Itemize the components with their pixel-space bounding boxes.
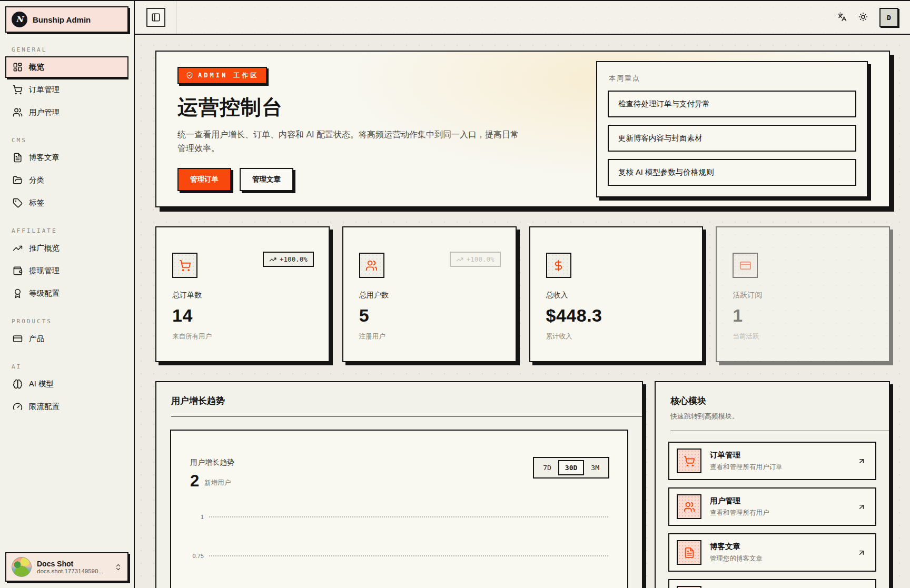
sidebar-item-label: 等级配置 bbox=[29, 288, 60, 298]
module-description: 查看和管理所有用户订单 bbox=[710, 463, 849, 472]
brand-card[interactable]: N Bunship Admin bbox=[5, 6, 128, 33]
stat-card-total-orders: +100.0% 总订单数 14 来自所有用户 bbox=[155, 226, 330, 362]
user-meta: Docs Shot docs.shot.1773149590... bbox=[37, 560, 109, 574]
file-text-icon bbox=[684, 547, 695, 559]
manage-posts-button[interactable]: 管理文章 bbox=[240, 168, 293, 191]
gridline: 0.75 bbox=[190, 553, 608, 559]
module-description: 查看和管理所有用户 bbox=[710, 509, 849, 517]
theme-toggle-button[interactable] bbox=[858, 12, 868, 23]
sidebar-item-affiliate-overview[interactable]: 推广概览 bbox=[5, 237, 128, 259]
section-label-affiliate: AFFILIATE bbox=[12, 227, 128, 234]
app-window: N Bunship Admin GENERAL 概览 订单管理 用户管理 CMS… bbox=[0, 0, 910, 588]
sidebar-item-categories[interactable]: 分类 bbox=[5, 170, 128, 191]
module-icon-box bbox=[677, 449, 701, 473]
weekly-focus-title: 本周重点 bbox=[609, 74, 856, 83]
user-avatar bbox=[12, 557, 32, 577]
stats-row: +100.0% 总订单数 14 来自所有用户 +100.0% 总用户数 5 bbox=[155, 226, 890, 362]
module-text: 用户管理 查看和管理所有用户 bbox=[710, 496, 849, 517]
section-label-ai: AI bbox=[12, 363, 128, 370]
module-title: 博客文章 bbox=[710, 542, 849, 552]
stat-subtitle: 累计收入 bbox=[546, 332, 687, 341]
sidebar-item-rate-limits[interactable]: 限流配置 bbox=[5, 396, 128, 417]
credit-card-icon bbox=[739, 260, 751, 272]
stat-icon-box bbox=[733, 253, 758, 278]
user-growth-panel: 用户增长趋势 用户增长趋势 2 新增用户 7D 30D 3M bbox=[155, 381, 643, 588]
module-text: 博客文章 管理您的博客文章 bbox=[710, 542, 849, 563]
sidebar-item-blog-posts[interactable]: 博客文章 bbox=[5, 147, 128, 168]
gridline-rule bbox=[209, 516, 608, 517]
stat-subtitle: 当前活跃 bbox=[733, 332, 873, 341]
sidebar-item-tiers[interactable]: 等级配置 bbox=[5, 283, 128, 304]
stat-icon-box bbox=[359, 253, 384, 278]
sidebar-item-users[interactable]: 用户管理 bbox=[5, 102, 128, 123]
focus-item[interactable]: 检查待处理订单与支付异常 bbox=[608, 91, 856, 117]
focus-item[interactable]: 复核 AI 模型参数与价格规则 bbox=[608, 159, 856, 186]
users-icon bbox=[13, 107, 23, 117]
stat-icon-box bbox=[546, 253, 571, 278]
module-card-blog[interactable]: 博客文章 管理您的博客文章 bbox=[668, 533, 876, 572]
section-label-products: PRODUCTS bbox=[12, 318, 128, 325]
range-selector: 7D 30D 3M bbox=[533, 457, 609, 479]
wallet-icon bbox=[13, 266, 23, 276]
module-icon-box bbox=[677, 540, 701, 565]
brain-icon bbox=[13, 379, 23, 389]
sidebar-item-label: 提现管理 bbox=[29, 266, 60, 276]
sidebar-item-orders[interactable]: 订单管理 bbox=[5, 79, 128, 101]
sun-icon bbox=[858, 12, 868, 22]
users-icon bbox=[365, 260, 378, 272]
badge-label: ADMIN 工作区 bbox=[198, 71, 259, 80]
manage-orders-button[interactable]: 管理订单 bbox=[177, 168, 231, 191]
sidebar-item-label: 产品 bbox=[29, 334, 44, 344]
sidebar-item-ai-models[interactable]: AI 模型 bbox=[5, 373, 128, 395]
award-icon bbox=[13, 288, 23, 298]
sidebar-item-label: 推广概览 bbox=[29, 243, 60, 253]
sidebar-item-overview[interactable]: 概览 bbox=[5, 56, 128, 78]
hero-left: ADMIN 工作区 运营控制台 统一查看用户增长、订单、内容和 AI 配置状态。… bbox=[177, 67, 575, 192]
chart-headline-value: 2 bbox=[190, 474, 199, 489]
chart-headline-label: 新增用户 bbox=[204, 479, 231, 489]
module-title: 用户管理 bbox=[710, 496, 849, 506]
range-button-3m[interactable]: 3M bbox=[584, 460, 606, 475]
sidebar-item-tags[interactable]: 标签 bbox=[5, 192, 128, 214]
range-button-30d[interactable]: 30D bbox=[558, 460, 584, 475]
section-label-cms: CMS bbox=[12, 137, 128, 144]
sidebar-item-products[interactable]: 产品 bbox=[5, 328, 128, 350]
topbar: D bbox=[135, 1, 910, 35]
sidebar-item-label: 标签 bbox=[29, 198, 44, 208]
hero-panel: ADMIN 工作区 运营控制台 统一查看用户增长、订单、内容和 AI 配置状态。… bbox=[155, 51, 890, 207]
languages-icon bbox=[837, 12, 847, 22]
sidebar-item-withdrawals[interactable]: 提现管理 bbox=[5, 260, 128, 282]
account-avatar-button[interactable]: D bbox=[879, 8, 898, 27]
sidebar-toggle-button[interactable] bbox=[146, 8, 165, 27]
y-axis-tick: 0.75 bbox=[190, 553, 204, 559]
cart-icon bbox=[179, 260, 191, 272]
stat-label: 总用户数 bbox=[359, 291, 500, 300]
topbar-divider bbox=[176, 1, 176, 34]
dollar-sign-icon bbox=[552, 260, 565, 272]
arrow-up-right-icon bbox=[857, 503, 866, 511]
stat-label: 总收入 bbox=[546, 291, 687, 300]
sidebar-item-label: 用户管理 bbox=[29, 107, 60, 117]
focus-item[interactable]: 更新博客内容与封面素材 bbox=[608, 125, 856, 152]
stat-card-total-revenue: 总收入 $448.3 累计收入 bbox=[529, 226, 704, 362]
panel-title: 用户增长趋势 bbox=[171, 395, 627, 407]
panel-header: 核心模块 快速跳转到高频模块。 bbox=[656, 382, 889, 431]
module-card-users[interactable]: 用户管理 查看和管理所有用户 bbox=[668, 487, 876, 526]
module-card-orders[interactable]: 订单管理 查看和管理所有用户订单 bbox=[668, 442, 876, 480]
trending-up-icon bbox=[13, 243, 23, 253]
module-icon-box bbox=[677, 586, 701, 588]
stat-card-active-subscriptions: 活跃订阅 1 当前活跃 bbox=[716, 226, 890, 362]
module-title: 订单管理 bbox=[710, 450, 849, 460]
sidebar-item-label: 限流配置 bbox=[29, 402, 60, 412]
folder-icon bbox=[13, 175, 23, 185]
gridline-rule bbox=[209, 555, 608, 556]
language-button[interactable] bbox=[837, 12, 847, 23]
stat-label: 总订单数 bbox=[172, 291, 313, 300]
stat-value: $448.3 bbox=[546, 305, 687, 326]
range-button-7d[interactable]: 7D bbox=[536, 460, 558, 475]
stat-value: 1 bbox=[733, 305, 873, 326]
user-card[interactable]: Docs Shot docs.shot.1773149590... bbox=[5, 552, 128, 582]
stat-icon-box bbox=[172, 253, 197, 278]
module-card-ai-models[interactable]: AI 模型 管理可用模型、参数 schema 与计费规则。 bbox=[668, 579, 876, 588]
shield-check-icon bbox=[186, 72, 193, 79]
